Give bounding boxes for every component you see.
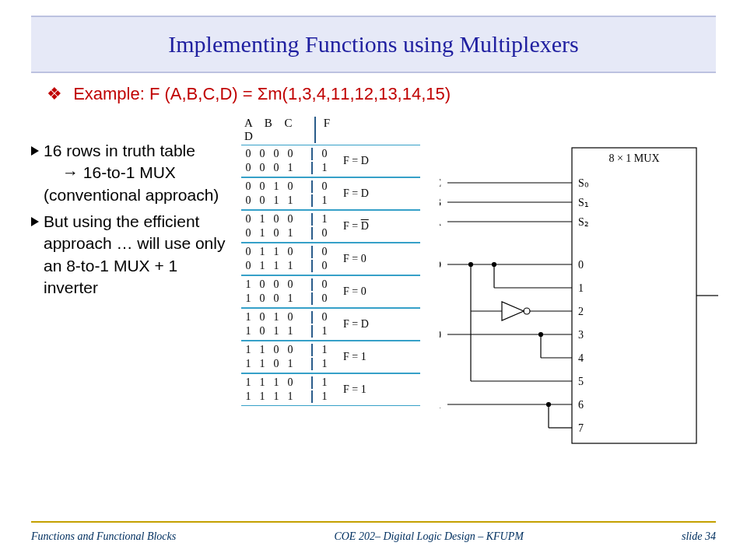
svg-text:0: 0 xyxy=(440,329,441,341)
table-row: 01100F = 0 xyxy=(241,245,420,259)
footer-right: slide 34 xyxy=(682,530,716,543)
table-group: 00000F = D00011 xyxy=(241,145,420,177)
arrow-right-icon xyxy=(31,217,39,226)
svg-text:B: B xyxy=(440,197,441,208)
mux-input-label: 3 xyxy=(578,329,584,341)
table-group: 11001F = 111011 xyxy=(241,341,420,373)
svg-text:A: A xyxy=(440,216,442,228)
svg-text:D: D xyxy=(440,259,441,271)
table-row: 11101F = 1 xyxy=(241,376,420,390)
note-1b: → 16-to-1 MUX (conventional approach) xyxy=(44,163,219,203)
mux-input-label: 7 xyxy=(578,422,584,434)
svg-text:S₀: S₀ xyxy=(578,177,589,189)
header-abcd: A B C D xyxy=(241,117,314,143)
table-row: 00100F = D xyxy=(241,180,420,194)
footer-center: COE 202– Digital Logic Design – KFUPM xyxy=(334,530,523,543)
diamond-bullet-icon: ❖ xyxy=(47,84,62,103)
mux-input-label: 5 xyxy=(578,376,584,387)
note-2: But using the efficient approach … will … xyxy=(44,212,225,296)
table-group: 01100F = 001110 xyxy=(241,243,420,275)
example-text: Example: F (A,B,C,D) = Σm(1,3,4,11,12,13… xyxy=(73,84,451,103)
svg-text:S₁: S₁ xyxy=(578,197,589,208)
table-row: 00000F = D xyxy=(241,147,420,161)
table-group: 10100F = D10111 xyxy=(241,308,420,341)
table-row: 01001F = D xyxy=(241,212,420,226)
table-group: 10000F = 010010 xyxy=(241,275,420,308)
table-group: 11101F = 111111 xyxy=(241,373,420,406)
note-list: 16 rows in truth table → 16-to-1 MUX (co… xyxy=(31,140,233,303)
footer-bar: Functions and Functional Blocks COE 202–… xyxy=(31,521,716,548)
svg-text:S₂: S₂ xyxy=(578,216,589,228)
table-row: 10100F = D xyxy=(241,310,420,324)
example-line: ❖ Example: F (A,B,C,D) = Σm(1,3,4,11,12,… xyxy=(47,84,716,104)
header-f: F xyxy=(314,117,339,143)
mux-input-label: 4 xyxy=(578,352,584,364)
svg-text:1: 1 xyxy=(440,399,441,411)
title-band: Implementing Functions using Multiplexer… xyxy=(31,16,716,73)
table-header-row: A B C D F xyxy=(241,117,420,143)
mux-input-label: 6 xyxy=(578,399,584,411)
table-group: 01001F = D01010 xyxy=(241,210,420,243)
truth-table: A B C D F 00000F = D0001100100F = D00111… xyxy=(241,117,420,406)
mux-diagram: 8 × 1 MUX C S₀ B S₁ A S₂ 01234567 D xyxy=(440,140,720,467)
svg-rect-0 xyxy=(572,148,696,443)
mux-input-label: 0 xyxy=(578,259,584,271)
mux-label: 8 × 1 MUX xyxy=(608,152,659,164)
footer-left: Functions and Functional Blocks xyxy=(31,530,176,543)
table-row: 10000F = 0 xyxy=(241,278,420,292)
note-1a: 16 rows in truth table xyxy=(44,142,195,159)
mux-input-label: 1 xyxy=(578,282,584,294)
page-title: Implementing Functions using Multiplexer… xyxy=(168,31,578,58)
table-group: 00100F = D00111 xyxy=(241,177,420,210)
mux-input-label: 2 xyxy=(578,306,584,317)
svg-text:C: C xyxy=(440,177,441,189)
table-row: 11001F = 1 xyxy=(241,343,420,357)
arrow-right-icon xyxy=(31,146,39,156)
svg-marker-16 xyxy=(502,302,524,320)
slide: Implementing Functions using Multiplexer… xyxy=(0,0,747,560)
